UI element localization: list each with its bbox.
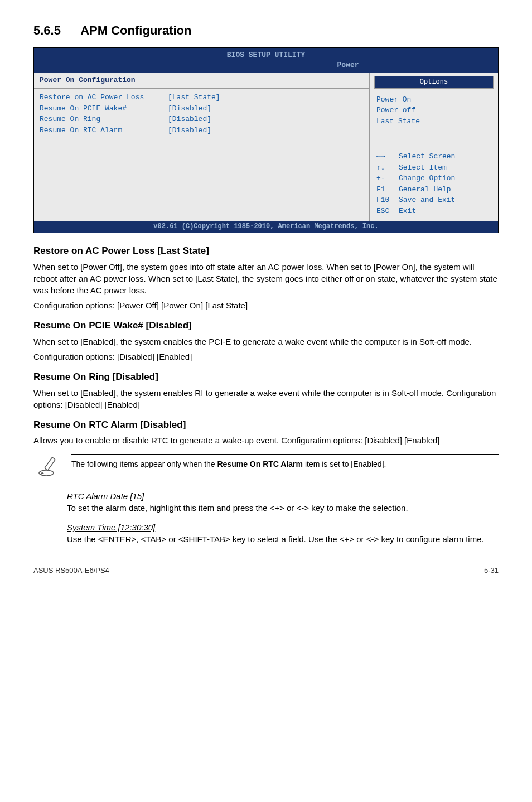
note-pre: The following items appear only when the (71, 460, 217, 468)
note-text: The following items appear only when the… (71, 454, 499, 475)
bios-footer: v02.61 (C)Copyright 1985-2010, American … (34, 221, 498, 233)
bios-help-key: F1 (376, 184, 399, 195)
bios-help-row: ↑↓Select Item (376, 162, 491, 173)
bios-help-key: ←→ (376, 151, 399, 162)
bios-help-row: +-Change Option (376, 173, 491, 184)
bios-row-label: Resume On Ring (40, 114, 168, 125)
bios-row-value: [Disabled] (168, 114, 211, 125)
bios-left-header: Power On Configuration (34, 73, 369, 89)
section-number: 5.6.5 (33, 22, 61, 40)
bios-option-power-on[interactable]: Power On (376, 94, 491, 105)
note-box: The following items appear only when the… (33, 454, 499, 480)
bios-help-row: F10Save and Exit (376, 195, 491, 206)
bios-window: BIOS SETUP UTILITY Power Power On Config… (33, 47, 499, 233)
bios-titlebar: BIOS SETUP UTILITY Power (34, 48, 498, 73)
bios-help-desc: Exit (399, 206, 416, 217)
bios-help-key: +- (376, 173, 399, 184)
bios-row-label: Restore on AC Power Loss (40, 92, 168, 103)
indented-block-rtc-date: RTC Alarm Date [15] To set the alarm dat… (67, 490, 499, 514)
bios-help-row: ESCExit (376, 206, 491, 217)
bios-body: Power On Configuration Restore on AC Pow… (34, 73, 498, 221)
bios-options-list: Power On Power off Last State (370, 92, 498, 129)
section-heading: 5.6.5 APM Configuration (33, 22, 499, 40)
paragraph: Allows you to enable or disable RTC to g… (33, 434, 499, 446)
paragraph: To set the alarm date, highlight this it… (67, 502, 499, 514)
bios-tab-power[interactable]: Power (195, 60, 337, 70)
subheading-ring: Resume On Ring [Disabled] (33, 370, 499, 384)
svg-point-0 (39, 470, 54, 476)
bios-option-last-state[interactable]: Last State (376, 116, 491, 127)
bios-row-label: Resume On RTC Alarm (40, 125, 168, 136)
bios-row-value: [Disabled] (168, 125, 211, 136)
rtc-alarm-date-title: RTC Alarm Date [15] (67, 490, 499, 502)
svg-rect-1 (45, 457, 55, 471)
svg-marker-2 (41, 472, 44, 475)
bios-option-power-off[interactable]: Power off (376, 105, 491, 116)
subheading-pcie-wake: Resume On PCIE Wake# [Disabled] (33, 319, 499, 332)
subheading-rtc-alarm: Resume On RTC Alarm [Disabled] (33, 418, 499, 432)
footer-left: ASUS RS500A-E6/PS4 (33, 566, 109, 576)
bios-help-list: ←→Select Screen ↑↓Select Item +-Change O… (370, 146, 498, 221)
bios-help-key: F10 (376, 195, 399, 206)
footer-right: 5-31 (484, 566, 499, 576)
bios-right-pane: Options Power On Power off Last State ←→… (370, 73, 498, 221)
bios-row-label: Resume On PCIE Wake# (40, 103, 168, 114)
subheading-restore-ac: Restore on AC Power Loss [Last State] (33, 244, 499, 258)
bios-help-desc: Select Item (399, 162, 447, 173)
paragraph: Configuration options: [Disabled] [Enabl… (33, 351, 499, 363)
bios-row-restore-ac[interactable]: Restore on AC Power Loss [Last State] (40, 92, 364, 103)
bios-row-ring[interactable]: Resume On Ring [Disabled] (40, 114, 364, 125)
paragraph: Use the <ENTER>, <TAB> or <SHIFT-TAB> ke… (67, 533, 499, 545)
bios-row-pcie-wake[interactable]: Resume On PCIE Wake# [Disabled] (40, 103, 364, 114)
bios-help-desc: Save and Exit (399, 195, 455, 206)
bios-title: BIOS SETUP UTILITY (227, 51, 305, 59)
bios-row-value: [Disabled] (168, 103, 211, 114)
paragraph: When set to [Power Off], the system goes… (33, 261, 499, 296)
bios-help-desc: Change Option (399, 173, 455, 184)
section-title-text: APM Configuration (80, 23, 191, 37)
bios-settings-list: Restore on AC Power Loss [Last State] Re… (34, 89, 369, 169)
bios-help-key: ↑↓ (376, 162, 399, 173)
note-post: item is set to [Enabled]. (303, 460, 386, 468)
page-footer: ASUS RS500A-E6/PS4 5-31 (33, 562, 499, 576)
bios-help-desc: General Help (399, 184, 451, 195)
bios-row-value: [Last State] (168, 92, 220, 103)
bios-help-row: ←→Select Screen (376, 151, 491, 162)
note-bold: Resume On RTC Alarm (217, 460, 303, 468)
bios-help-key: ESC (376, 206, 399, 217)
bios-options-header: Options (374, 76, 494, 89)
indented-block-system-time: System Time [12:30:30] Use the <ENTER>, … (67, 521, 499, 545)
pencil-note-icon (38, 454, 71, 480)
bios-left-pane: Power On Configuration Restore on AC Pow… (34, 73, 370, 221)
system-time-title: System Time [12:30:30] (67, 521, 499, 533)
bios-help-row: F1General Help (376, 184, 491, 195)
paragraph: When set to [Enabled], the system enable… (33, 336, 499, 347)
paragraph: When set to [Enabled], the system enable… (33, 387, 499, 410)
bios-row-rtc-alarm[interactable]: Resume On RTC Alarm [Disabled] (40, 125, 364, 136)
paragraph: Configuration options: [Power Off] [Powe… (33, 299, 499, 311)
bios-help-desc: Select Screen (399, 151, 455, 162)
